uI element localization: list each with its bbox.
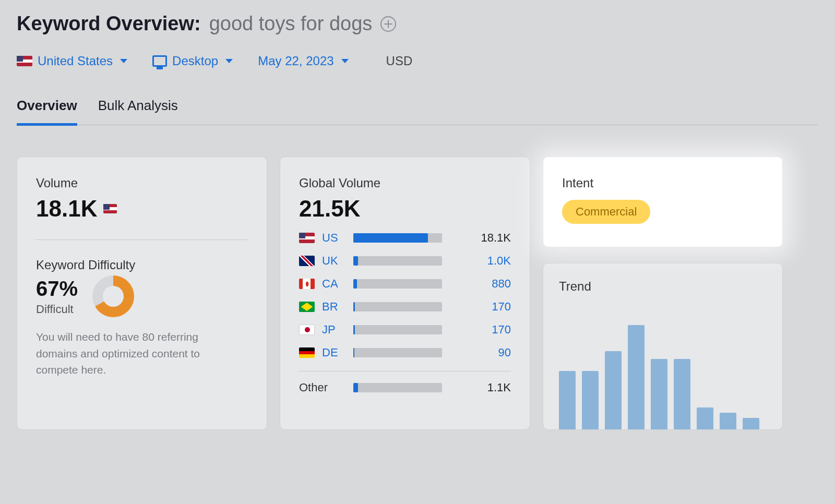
global-volume-label: Global Volume (299, 176, 511, 190)
de-flag-icon (299, 347, 315, 358)
trend-bar (697, 407, 713, 429)
us-flag-icon (17, 56, 32, 66)
country-volume-value: 90 (469, 346, 511, 359)
global-volume-bar (353, 233, 442, 243)
country-volume-value: 18.1K (469, 231, 511, 245)
chevron-down-icon (225, 59, 233, 63)
intent-label: Intent (562, 176, 764, 190)
date-filter[interactable]: May 22, 2023 (258, 54, 348, 68)
device-filter-label: Desktop (172, 54, 218, 68)
country-code: US (322, 231, 346, 245)
global-volume-bar (353, 302, 442, 311)
volume-label: Volume (36, 176, 248, 190)
volume-card: Volume 18.1K Keyword Difficulty 67% Diff… (17, 157, 267, 430)
global-volume-row[interactable]: DE90 (299, 346, 511, 359)
br-flag-icon (299, 302, 315, 312)
trend-bar (582, 371, 599, 429)
tabs: Overview Bulk Analysis (17, 98, 818, 125)
date-filter-label: May 22, 2023 (258, 54, 333, 68)
device-filter[interactable]: Desktop (152, 54, 233, 68)
ca-flag-icon (299, 279, 315, 289)
country-code: JP (322, 323, 346, 337)
trend-bar (743, 418, 759, 429)
add-keyword-button[interactable] (380, 16, 396, 32)
country-volume-value: 170 (469, 300, 511, 314)
global-volume-row[interactable]: BR170 (299, 300, 511, 314)
uk-flag-icon (299, 256, 315, 266)
chevron-down-icon (120, 59, 127, 63)
trend-bar (559, 371, 576, 429)
intent-card: Intent Commercial (543, 157, 783, 247)
country-code: DE (322, 346, 346, 359)
keyword-text: good toys for dogs (209, 13, 373, 35)
us-flag-icon (299, 233, 315, 243)
keyword-difficulty-description: You will need to have 80 referring domai… (36, 329, 234, 378)
global-volume-bar (353, 348, 442, 357)
global-volume-other-label: Other (299, 381, 346, 394)
global-volume-card: Global Volume 21.5K US18.1KUK1.0KCA880BR… (280, 157, 530, 430)
chevron-down-icon (341, 59, 349, 63)
global-volume-row[interactable]: JP170 (299, 323, 511, 337)
trend-label: Trend (559, 279, 767, 294)
trend-bar (628, 325, 645, 429)
global-volume-bar (353, 383, 442, 392)
country-volume-value: 880 (469, 277, 511, 291)
global-volume-row[interactable]: US18.1K (299, 231, 511, 245)
global-volume-bar (353, 256, 442, 266)
global-volume-bar (353, 279, 442, 289)
currency-label: USD (386, 54, 413, 68)
country-code: CA (322, 277, 346, 291)
global-volume-bar (353, 325, 442, 334)
keyword-difficulty-level: Difficult (36, 303, 78, 316)
us-flag-icon (103, 204, 117, 213)
jp-flag-icon (299, 325, 315, 335)
country-filter-label: United States (38, 54, 113, 68)
trend-chart (559, 304, 767, 429)
global-volume-row[interactable]: CA880 (299, 277, 511, 291)
page-title: Keyword Overview: (17, 13, 201, 35)
trend-bar (651, 359, 667, 429)
global-volume-row[interactable]: UK1.0K (299, 254, 511, 268)
tab-bulk-analysis[interactable]: Bulk Analysis (98, 98, 178, 125)
trend-bar (674, 359, 690, 429)
global-volume-value: 21.5K (299, 196, 360, 222)
trend-bar (605, 351, 622, 429)
country-filter[interactable]: United States (17, 54, 127, 68)
country-code: UK (322, 254, 346, 268)
trend-bar (720, 413, 736, 429)
global-volume-other-value: 1.1K (469, 381, 511, 394)
intent-pill[interactable]: Commercial (562, 200, 650, 224)
country-volume-value: 1.0K (469, 254, 511, 268)
difficulty-donut-chart (92, 275, 134, 317)
volume-value: 18.1K (36, 196, 97, 222)
country-code: BR (322, 300, 346, 314)
country-volume-value: 170 (469, 323, 511, 337)
trend-card: Trend (543, 263, 783, 430)
tab-overview[interactable]: Overview (17, 98, 77, 126)
desktop-icon (152, 55, 167, 67)
keyword-difficulty-label: Keyword Difficulty (36, 258, 248, 272)
keyword-difficulty-percent: 67% (36, 277, 78, 301)
